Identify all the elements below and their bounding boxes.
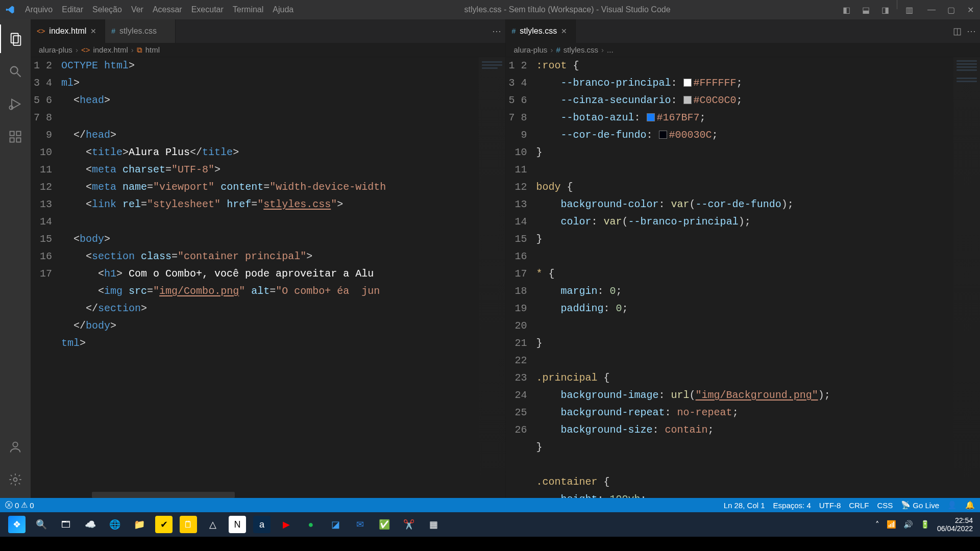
status-bar: ⓧ0⚠0 Ln 28, Col 1 Espaços: 4 UTF-8 CRLF … [0, 498, 980, 512]
menu-terminal[interactable]: Terminal [228, 5, 268, 14]
status-eol[interactable]: CRLF [849, 501, 869, 510]
close-icon[interactable]: ✕ [561, 27, 569, 35]
menu-executar[interactable]: Executar [187, 5, 228, 14]
tab-bar-right: # stlyles.css ✕ ◫ ⋯ [506, 19, 981, 43]
split-editor-icon[interactable]: ◫ [953, 26, 962, 37]
tab-label: stlyles.css [119, 27, 157, 36]
breadcrumb-node[interactable]: html [145, 45, 160, 54]
todo-icon[interactable]: ✅ [376, 516, 393, 533]
title-bar: Arquivo Editar Seleção Ver Acessar Execu… [0, 0, 980, 19]
menu-ver[interactable]: Ver [127, 5, 148, 14]
status-spaces[interactable]: Espaços: 4 [773, 501, 811, 510]
window-close-button[interactable]: ✕ [961, 0, 980, 19]
svg-rect-0 [11, 34, 18, 43]
layout-panel-icon[interactable]: ⬓ [856, 0, 875, 19]
svg-rect-6 [10, 132, 14, 136]
close-icon[interactable] [161, 27, 169, 35]
spotify-icon[interactable]: ● [302, 516, 320, 533]
search-icon[interactable] [0, 57, 31, 86]
code-editor-right[interactable]: 1 2 3 4 5 6 7 8 9 10 11 12 13 14 15 16 1… [506, 57, 981, 498]
accounts-icon[interactable] [0, 433, 31, 461]
run-debug-icon[interactable] [0, 90, 31, 118]
element-icon: ⧉ [137, 45, 142, 55]
activity-bar [0, 19, 31, 498]
minimap[interactable] [479, 57, 505, 498]
menu-acessar[interactable]: Acessar [148, 5, 187, 14]
outlook-icon[interactable]: ✉ [351, 516, 369, 533]
warning-icon: ⚠ [21, 500, 28, 510]
status-lncol[interactable]: Ln 28, Col 1 [724, 501, 765, 510]
sticky-notes-icon[interactable]: 🗒 [180, 516, 197, 533]
status-bell-icon[interactable]: 🔔 [965, 500, 975, 510]
youtube-icon[interactable]: ▶ [278, 516, 295, 533]
breadcrumb-root[interactable]: alura-plus [39, 45, 72, 54]
svg-line-3 [17, 73, 21, 77]
tab-label: stlyles.css [520, 27, 557, 36]
breadcrumb-file[interactable]: stlyles.css [564, 45, 598, 54]
css-file-icon: # [512, 27, 516, 35]
menu-editar[interactable]: Editar [57, 5, 88, 14]
tab-bar-left: <> index.html ✕ # stlyles.css ⋯ [31, 19, 505, 43]
window-maximize-button[interactable]: ▢ [941, 0, 961, 19]
svg-point-11 [14, 478, 17, 482]
divider [897, 0, 897, 9]
tab-stlyles-css[interactable]: # stlyles.css [105, 19, 176, 43]
breadcrumb-root[interactable]: alura-plus [514, 45, 548, 54]
menu-selecao[interactable]: Seleção [88, 5, 127, 14]
code-editor-left[interactable]: 1 2 3 4 5 6 7 8 9 10 11 12 13 14 15 16 1… [31, 57, 505, 498]
google-drive-icon[interactable]: △ [204, 516, 222, 533]
tray-volume-icon[interactable]: 🔊 [903, 520, 913, 529]
tab-stlyles-css-right[interactable]: # stlyles.css ✕ [506, 19, 576, 43]
layout-sidebar-left-icon[interactable]: ◧ [837, 0, 856, 19]
code-lines[interactable]: :root { --branco-principal: #FFFFFF; --c… [536, 57, 981, 498]
edge-icon[interactable]: 🌐 [106, 516, 124, 533]
taskbar-clock[interactable]: 22:54 06/04/2022 [937, 516, 975, 533]
norton-icon[interactable]: ✔ [155, 516, 173, 533]
status-language[interactable]: CSS [877, 501, 893, 510]
window-title: stlyles.css - Sem título (Workspace) - V… [298, 5, 837, 14]
window-minimize-button[interactable]: ― [922, 0, 941, 19]
status-encoding[interactable]: UTF-8 [819, 501, 841, 510]
line-gutter: 1 2 3 4 5 6 7 8 9 10 11 12 13 14 15 16 1… [31, 57, 61, 498]
tray-wifi-icon[interactable]: 📶 [887, 520, 896, 529]
status-feedback-icon[interactable]: 👤 [947, 500, 957, 510]
snipping-tool-icon[interactable]: ✂️ [400, 516, 418, 533]
breadcrumbs-left[interactable]: alura-plus › <> index.html › ⧉ html [31, 43, 505, 57]
close-icon[interactable]: ✕ [90, 27, 99, 35]
explorer-icon[interactable] [0, 24, 31, 53]
tray-battery-icon[interactable]: 🔋 [920, 520, 930, 529]
more-actions-icon[interactable]: ⋯ [492, 26, 501, 37]
taskbar-search-icon[interactable]: 🔍 [33, 516, 50, 533]
settings-gear-icon[interactable] [0, 465, 31, 494]
layout-sidebar-right-icon[interactable]: ◨ [875, 0, 895, 19]
start-menu-icon[interactable]: ❖ [8, 516, 26, 533]
menu-ajuda[interactable]: Ajuda [268, 5, 298, 14]
minimap[interactable] [953, 57, 980, 498]
line-gutter: 1 2 3 4 5 6 7 8 9 10 11 12 13 14 15 16 1… [506, 57, 536, 498]
extensions-icon[interactable] [0, 122, 31, 151]
tray-chevron-icon[interactable]: ˄ [875, 520, 879, 529]
clock-time: 22:54 [937, 516, 973, 524]
more-actions-icon[interactable]: ⋯ [967, 26, 976, 37]
breadcrumb-file[interactable]: index.html [93, 45, 128, 54]
code-lines[interactable]: OCTYPE html> ml> <head> </head> <title>A… [61, 57, 505, 498]
breadcrumb-node[interactable]: ... [607, 45, 614, 54]
file-explorer-icon[interactable]: 📁 [131, 516, 148, 533]
breadcrumbs-right[interactable]: alura-plus › # stlyles.css › ... [506, 43, 981, 57]
chevron-right-icon: › [76, 45, 78, 54]
status-errors[interactable]: ⓧ0⚠0 [5, 500, 34, 510]
onedrive-icon[interactable]: ☁️ [82, 516, 99, 533]
layout-customize-icon[interactable]: ▥ [899, 0, 919, 19]
alura-icon[interactable]: a [253, 516, 271, 533]
vscode-taskbar-icon[interactable]: ◪ [327, 516, 344, 533]
task-view-icon[interactable]: 🗔 [57, 516, 75, 533]
horizontal-scrollbar[interactable] [92, 492, 235, 498]
error-icon: ⓧ [5, 500, 13, 510]
app-icon[interactable]: ▦ [425, 516, 442, 533]
tab-label: index.html [49, 27, 86, 36]
status-golive[interactable]: 📡Go Live [901, 500, 939, 510]
menu-bar: Arquivo Editar Seleção Ver Acessar Execu… [20, 5, 298, 14]
tab-index-html[interactable]: <> index.html ✕ [31, 19, 105, 43]
notion-icon[interactable]: N [229, 516, 246, 533]
menu-arquivo[interactable]: Arquivo [20, 5, 57, 14]
